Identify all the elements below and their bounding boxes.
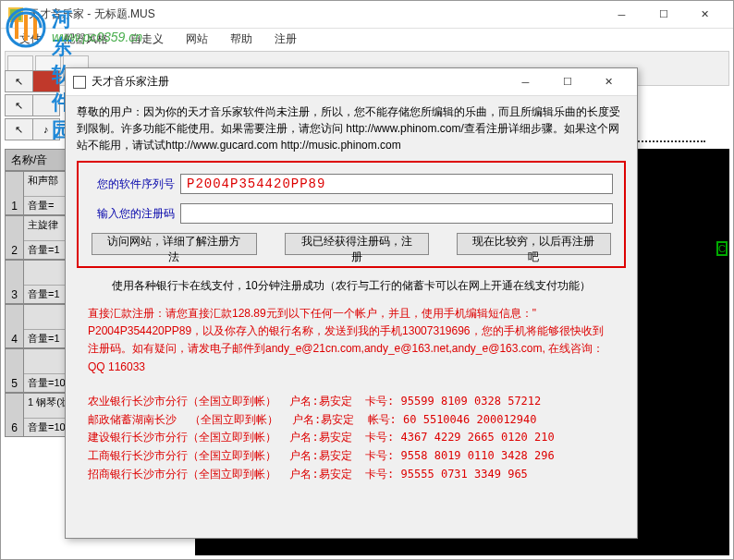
maximize-button[interactable]: ☐ xyxy=(642,2,684,28)
bank-accounts: 农业银行长沙市分行（全国立即到帐） 户名:易安定 卡号: 95599 8109 … xyxy=(77,393,626,484)
note-tool-icon[interactable]: ♪ xyxy=(33,119,60,140)
serial-label: 您的软件序列号 xyxy=(90,176,175,192)
window-title: 天才音乐家 - 无标题.MUS xyxy=(29,6,601,22)
menu-register[interactable]: 注册 xyxy=(263,29,308,50)
dialog-icon xyxy=(73,76,86,89)
dialog-minimize-button[interactable]: ─ xyxy=(505,69,546,95)
register-now-button[interactable]: 我已经获得注册码，注册 xyxy=(285,233,429,255)
menubar: 文件 配器风格 自走义 网站 帮助 注册 xyxy=(1,29,733,49)
serial-input[interactable] xyxy=(180,174,613,194)
dialog-maximize-button[interactable]: ☐ xyxy=(546,69,588,95)
dialog-titlebar: 天才音乐家注册 ─ ☐ ✕ xyxy=(66,68,637,96)
svg-rect-1 xyxy=(10,9,21,20)
arrow-tool-icon[interactable]: ↖ xyxy=(6,95,33,116)
menu-custom[interactable]: 自走义 xyxy=(119,29,175,50)
payment-note: 使用各种银行卡在线支付，10分钟注册成功（农行与工行的储蓄卡可以在网上开通在线支… xyxy=(77,277,626,294)
tool-palette: ↖ ↖ ↖♪ xyxy=(5,70,60,142)
menu-help[interactable]: 帮助 xyxy=(219,29,263,50)
payment-instructions: 直接汇款注册：请您直接汇款128.89元到以下任何一个帐户，并且，使用手机编辑短… xyxy=(77,305,626,376)
close-button[interactable]: ✕ xyxy=(684,2,726,28)
app-icon xyxy=(8,7,23,22)
menu-style[interactable]: 配器风格 xyxy=(53,29,119,50)
main-titlebar: 天才音乐家 - 无标题.MUS ─ ☐ ✕ xyxy=(1,1,733,29)
marker: C xyxy=(716,241,728,256)
dialog-close-button[interactable]: ✕ xyxy=(588,69,630,95)
arrow-tool-icon[interactable]: ↖ xyxy=(6,119,33,140)
register-later-button[interactable]: 现在比较穷，以后再注册吧 xyxy=(457,233,611,255)
color-tool-icon[interactable] xyxy=(33,71,60,91)
dialog-title: 天才音乐家注册 xyxy=(92,74,505,90)
arrow-tool-icon[interactable]: ↖ xyxy=(6,71,33,91)
dialog-intro-text: 尊敬的用户：因为你的天才音乐家软件尚未注册，所以，您不能存储您所编辑的乐曲，而且… xyxy=(77,103,626,153)
menu-website[interactable]: 网站 xyxy=(175,29,219,50)
visit-website-button[interactable]: 访问网站，详细了解注册方法 xyxy=(92,233,257,255)
tool-cell[interactable] xyxy=(33,95,60,116)
regcode-input[interactable] xyxy=(180,203,613,224)
register-dialog: 天才音乐家注册 ─ ☐ ✕ 尊敬的用户：因为你的天才音乐家软件尚未注册，所以，您… xyxy=(65,67,638,539)
registration-form: 您的软件序列号 输入您的注册码 访问网站，详细了解注册方法 我已经获得注册码，注… xyxy=(77,161,626,268)
regcode-label: 输入您的注册码 xyxy=(90,205,175,222)
menu-file[interactable]: 文件 xyxy=(8,29,53,50)
minimize-button[interactable]: ─ xyxy=(601,2,642,28)
